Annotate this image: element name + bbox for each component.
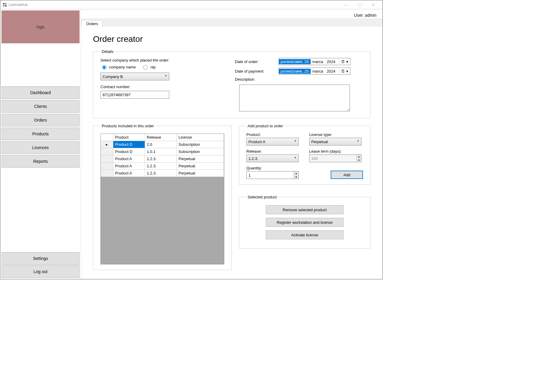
radio-company-name[interactable]: company name [100, 64, 136, 70]
license-type-label: License type: [309, 132, 363, 137]
cell-license: Perpetual [177, 163, 224, 170]
contract-input[interactable] [100, 91, 169, 99]
radio-nip[interactable]: nip [142, 64, 155, 70]
th-product[interactable]: Product [113, 134, 145, 141]
tabbar: Orders [81, 18, 382, 27]
description-label: Description [235, 77, 363, 82]
radio-company-name-input[interactable] [102, 65, 106, 70]
nav-orders[interactable]: Orders [1, 114, 80, 126]
th-license[interactable]: License [177, 134, 224, 141]
table-row[interactable]: Product D1.0.1Subscription [101, 148, 224, 155]
details-legend: Details [100, 49, 115, 54]
app-window: LicenseHub — ▢ ✕ logo Dashboard Clients … [0, 0, 383, 279]
cell-release: 2.0 [145, 141, 177, 148]
table-row[interactable]: Product A1.2.3.Perpetual [101, 170, 224, 177]
calendar-icon[interactable]: 🗓︎ ▾ [339, 59, 350, 64]
date-payment-day: poniedziałek, 25 [279, 69, 311, 74]
cell-release: 1.0.1 [145, 148, 177, 155]
titlebar: LicenseHub — ▢ ✕ [0, 0, 382, 9]
nav-dashboard[interactable]: Dashboard [1, 86, 80, 99]
cell-release: 1.2.3. [145, 163, 177, 170]
contract-label: Contract number: [100, 85, 217, 89]
table-row[interactable]: Product A1.2.3.Perpetual [101, 155, 224, 163]
description-textarea[interactable] [239, 85, 350, 111]
sidebar: logo Dashboard Clients Orders Products L… [0, 9, 81, 279]
svg-rect-2 [3, 5, 4, 6]
app-title: LicenseHub [9, 3, 28, 7]
add-product-legend: Add product to order [246, 124, 284, 128]
logo: logo [1, 10, 80, 43]
release-label: Release: [246, 149, 300, 154]
spin-down-icon[interactable]: ▼ [294, 175, 298, 179]
date-payment-year: 2024 [325, 69, 337, 74]
details-fieldset: Details Select company which placed the … [93, 49, 370, 118]
radio-nip-text: nip [150, 65, 155, 69]
page-title: Order creator [93, 34, 370, 44]
app-icon [3, 3, 7, 7]
radio-nip-input[interactable] [143, 65, 148, 70]
select-company-label: Select company which placed the order: [100, 58, 217, 62]
date-order-label: Date of order: [235, 59, 274, 64]
products-table[interactable]: Product Release License ▸Product D2.0Sub… [100, 134, 224, 264]
date-payment-label: Date of payment: [235, 69, 274, 74]
row-marker [101, 170, 113, 177]
date-payment-month: marca [311, 69, 325, 74]
products-legend: Products included in this order [100, 124, 155, 128]
table-row[interactable]: Product A1.2.3.Perpetual [101, 163, 224, 170]
register-workstation-button[interactable]: Register workstation and license [266, 218, 344, 227]
th-rowhead [101, 134, 113, 141]
date-order-month: marca [311, 59, 325, 64]
company-combo[interactable] [100, 73, 169, 80]
date-order-picker[interactable]: poniedziałek, 25 marca 2024 🗓︎ ▾ [279, 58, 350, 65]
spin-down-icon: ▼ [356, 158, 361, 162]
activate-license-button[interactable]: Activate license [266, 230, 344, 239]
nav-reports[interactable]: Reports [1, 155, 80, 168]
table-row[interactable]: ▸Product D2.0Subscription [101, 141, 224, 148]
cell-license: Perpetual [177, 170, 224, 177]
date-payment-picker[interactable]: poniedziałek, 25 marca 2024 🗓︎ ▾ [279, 68, 350, 75]
release-combo[interactable] [246, 154, 299, 162]
cell-product: Product D [113, 148, 145, 155]
row-marker [101, 148, 113, 155]
main: User: admin Orders Order creator Details… [81, 9, 382, 279]
cell-product: Product A [113, 163, 145, 170]
spin-up-icon: ▲ [356, 155, 361, 158]
cell-product: Product A [113, 155, 145, 163]
selected-product-fieldset: Selected product Remove selected product… [239, 195, 370, 249]
quantity-input[interactable] [246, 171, 299, 179]
svg-rect-3 [5, 5, 7, 6]
quantity-label: Quantity: [246, 166, 300, 170]
nav-licences[interactable]: Licences [1, 141, 80, 154]
nav-products[interactable]: Products [1, 128, 80, 140]
calendar-icon[interactable]: 🗓︎ ▾ [339, 69, 350, 74]
add-button[interactable]: Add [331, 171, 363, 179]
product-label: Product: [246, 132, 300, 137]
cell-product: Product D [113, 141, 145, 148]
tab-orders[interactable]: Orders [82, 20, 103, 27]
cell-license: Subscription [177, 141, 224, 148]
spin-up-icon[interactable]: ▲ [294, 172, 298, 175]
radio-company-name-text: company name [109, 65, 136, 69]
svg-rect-1 [5, 3, 7, 4]
row-marker: ▸ [101, 141, 113, 148]
product-combo[interactable] [246, 138, 299, 146]
cell-license: Subscription [177, 148, 224, 155]
cell-release: 1.2.3. [145, 155, 177, 163]
remove-selected-button[interactable]: Remove selected product [266, 205, 344, 214]
row-marker [101, 163, 113, 170]
lease-term-input [309, 154, 361, 162]
date-order-day: poniedziałek, 25 [279, 59, 311, 64]
minimize-button[interactable]: — [340, 0, 353, 9]
nav-clients[interactable]: Clients [1, 100, 80, 113]
maximize-button[interactable]: ▢ [353, 0, 367, 9]
close-button[interactable]: ✕ [367, 0, 380, 9]
cell-product: Product A [113, 170, 145, 177]
license-type-combo[interactable] [309, 138, 361, 146]
products-fieldset: Products included in this order Product … [93, 124, 232, 270]
svg-rect-0 [3, 3, 4, 4]
user-label: User: admin [81, 9, 382, 18]
th-release[interactable]: Release [145, 134, 177, 141]
nav-settings[interactable]: Settings [1, 252, 80, 265]
nav-logout[interactable]: Log out [1, 265, 80, 278]
date-order-year: 2024 [325, 59, 337, 64]
